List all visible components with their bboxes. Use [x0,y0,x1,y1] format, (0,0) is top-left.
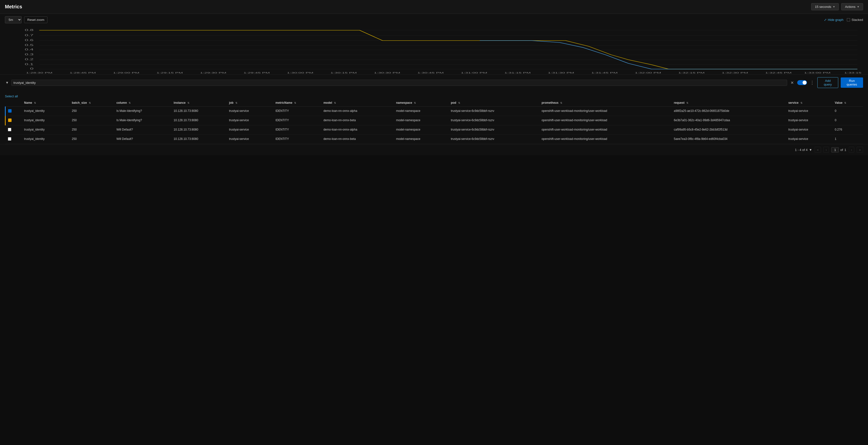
graph-toolbar: 5m 15m 30m 1h Reset zoom ⤢ Hide graph St… [5,16,863,23]
col-namespace[interactable]: namespace ⇅ [394,99,448,107]
row-color-indicator[interactable] [8,109,11,113]
sort-icon-job: ⇅ [235,101,237,104]
svg-text:0.5: 0.5 [25,43,34,46]
page-title: Metrics [5,4,22,9]
col-job[interactable]: job ⇅ [226,99,273,107]
sort-icon-instance: ⇅ [187,101,189,104]
svg-text:1:30:00 PM: 1:30:00 PM [287,71,313,74]
hide-graph-link[interactable]: ⤢ Hide graph [824,18,843,22]
sort-icon-model: ⇅ [334,101,336,104]
col-prometheus[interactable]: prometheus ⇅ [539,99,671,107]
svg-text:0: 0 [30,67,33,70]
page-number-input[interactable] [831,147,839,152]
table-row: trustyai_identity250Is Male-Identifying?… [5,107,863,116]
toggle-switch[interactable] [797,80,807,85]
sort-icon-namespace: ⇅ [414,101,416,104]
stacked-checkbox[interactable] [847,18,850,21]
sort-icon-service: ⇅ [800,101,802,104]
svg-text:1:30:30 PM: 1:30:30 PM [374,71,400,74]
col-instance[interactable]: instance ⇅ [171,99,226,107]
select-all-row: Select all [0,92,868,99]
pagination-range: 1 - 4 of 4 [795,148,807,152]
row-checkbox[interactable] [8,137,11,140]
svg-text:1:29:45 PM: 1:29:45 PM [243,71,270,74]
cell-job: trustyai-service [226,107,273,116]
chart-container: 0.8 0.7 0.6 0.5 0.4 0.3 0.2 0.1 0 1:28:3… [5,25,863,74]
refresh-chevron-icon: ▼ [833,5,835,8]
cell-service: trustyai-service [786,135,832,144]
svg-text:1:28:30 PM: 1:28:30 PM [26,71,52,74]
query-actions: Add query Run queries [817,77,863,88]
cell-prometheus: openshift-user-workload-monitoring/user-… [539,116,671,125]
pagination-last-button[interactable]: » [857,147,863,153]
more-options-button[interactable]: ⋮ [809,80,815,86]
metrics-table: Name ⇅ batch_size ⇅ column ⇅ instance ⇅ … [5,99,863,144]
time-range-select[interactable]: 5m 15m 30m 1h [5,16,22,23]
cell-value: 0 [832,116,863,125]
pagination-chevron-icon: ▼ [809,148,812,152]
top-bar-actions: 15 seconds ▼ Actions ▼ [811,3,863,10]
row-color-indicator[interactable] [8,119,11,122]
pagination-total: 1 [844,148,846,152]
col-service[interactable]: service ⇅ [786,99,832,107]
cell-prometheus: openshift-user-workload-monitoring/user-… [539,135,671,144]
svg-text:1:32:30 PM: 1:32:30 PM [722,71,748,74]
sort-icon-prometheus: ⇅ [560,101,562,104]
col-model[interactable]: model ⇅ [321,99,394,107]
cell-column: Is Male-Identifying? [114,116,171,125]
svg-text:1:32:00 PM: 1:32:00 PM [635,71,661,74]
resize-icon: ⤢ [824,18,827,22]
graph-toolbar-right: ⤢ Hide graph Stacked [824,18,863,22]
clear-query-button[interactable]: ✕ [789,80,795,86]
refresh-label: 15 seconds [815,5,831,9]
actions-label: Actions [845,5,856,9]
top-bar: Metrics 15 seconds ▼ Actions ▼ [0,0,868,14]
run-queries-button[interactable]: Run queries [841,77,863,88]
refresh-dropdown[interactable]: 15 seconds ▼ [811,3,839,10]
cell-namespace: model-namespace [394,116,448,125]
col-metricname[interactable]: metricName ⇅ [273,99,321,107]
cell-pod: trustyai-service-6c9dc58bbf-rszrv [448,135,539,144]
reset-zoom-button[interactable]: Reset zoom [24,17,48,23]
actions-dropdown[interactable]: Actions ▼ [841,3,863,10]
cell-job: trustyai-service [226,135,273,144]
pagination-page-info: of 1 [831,147,846,152]
table-row: trustyai_identity250Is Male-Identifying?… [5,116,863,125]
cell-namespace: model-namespace [394,135,448,144]
table-row: trustyai_identity250Will Default?10.128.… [5,125,863,135]
cell-job: trustyai-service [226,116,273,125]
cell-value: 0 [832,107,863,116]
pagination-prev-button[interactable]: ‹ [824,147,829,153]
col-value[interactable]: Value ⇅ [832,99,863,107]
query-input[interactable] [13,81,785,85]
col-batch-size[interactable]: batch_size ⇅ [69,99,114,107]
cell-service: trustyai-service [786,125,832,135]
pagination-first-button[interactable]: « [815,147,821,153]
cell-name: trustyai_identity [22,125,69,135]
sort-icon-metric: ⇅ [294,101,296,104]
select-all-link[interactable]: Select all [5,94,18,98]
col-name[interactable]: Name ⇅ [22,99,69,107]
cell-batch_size: 250 [69,116,114,125]
cell-instance: 10.128.10.73:8080 [171,116,226,125]
cell-model: demo-loan-nn-onnx-alpha [321,107,394,116]
cell-metricName: IDENTITY [273,125,321,135]
svg-text:1:30:15 PM: 1:30:15 PM [331,71,357,74]
query-input-row [11,80,787,86]
cell-request: 6e3b7a01-362c-40a1-99d6-3d485947cdaa [671,116,786,125]
pagination-of-label: of [840,148,843,152]
cell-service: trustyai-service [786,107,832,116]
col-pod[interactable]: pod ⇅ [448,99,539,107]
sort-icon-pod: ⇅ [458,101,460,104]
svg-text:1:28:45 PM: 1:28:45 PM [70,71,96,74]
collapse-button[interactable]: ▼ [5,80,9,85]
col-request[interactable]: request ⇅ [671,99,786,107]
cell-namespace: model-namespace [394,107,448,116]
add-query-button[interactable]: Add query [817,77,838,88]
sort-icon-name: ⇅ [34,101,36,104]
row-checkbox[interactable] [8,128,11,131]
query-bar-row: ▼ ✕ ⋮ Add query Run queries [5,77,863,88]
col-column[interactable]: column ⇅ [114,99,171,107]
svg-text:1:31:00 PM: 1:31:00 PM [461,71,487,74]
pagination-next-button[interactable]: › [849,147,855,153]
